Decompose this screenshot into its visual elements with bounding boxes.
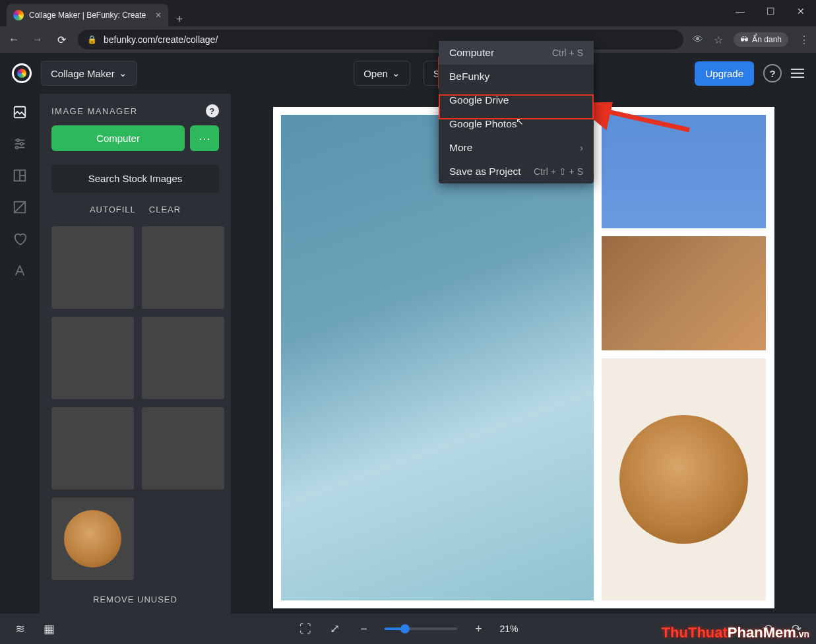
collage-cell[interactable] bbox=[602, 358, 767, 600]
svg-point-7 bbox=[16, 146, 18, 149]
svg-point-6 bbox=[20, 143, 23, 145]
upload-computer-label: Computer bbox=[96, 133, 140, 144]
graphics-heart-icon[interactable] bbox=[12, 231, 28, 247]
menu-item-label: BeFunky bbox=[449, 71, 489, 82]
incognito-icon: 🕶 bbox=[740, 35, 748, 44]
save-dropdown: Computer Ctrl + S BeFunky Google Drive G… bbox=[439, 41, 594, 183]
url-text: befunky.com/create/collage/ bbox=[104, 34, 218, 45]
browser-tab[interactable]: Collage Maker | BeFunky: Create ✕ bbox=[7, 4, 168, 26]
search-stock-label: Search Stock Images bbox=[88, 173, 183, 184]
new-tab-button[interactable]: + bbox=[168, 13, 191, 26]
incognito-label: Ẩn danh bbox=[752, 35, 782, 44]
menu-item-label: Save as Project bbox=[449, 166, 521, 177]
svg-point-5 bbox=[16, 139, 19, 142]
thumbnail[interactable] bbox=[51, 498, 134, 580]
chevron-down-icon: ⌄ bbox=[119, 67, 127, 79]
image-manager-panel: IMAGE MANAGER ? Computer ⋯ Search Stock … bbox=[40, 94, 231, 614]
menu-item-shortcut: Ctrl + S bbox=[552, 48, 583, 58]
zoom-percent: 21% bbox=[499, 624, 518, 634]
menu-item-label: More bbox=[449, 142, 472, 154]
layers-icon[interactable]: ≋ bbox=[12, 622, 28, 636]
search-stock-button[interactable]: Search Stock Images bbox=[51, 164, 219, 193]
clear-button[interactable]: CLEAR bbox=[149, 205, 181, 214]
thumbnail[interactable] bbox=[51, 407, 134, 490]
thumbnail[interactable] bbox=[142, 226, 224, 309]
nav-reload-icon[interactable]: ⟳ bbox=[54, 34, 69, 46]
window-close-icon[interactable]: ✕ bbox=[786, 1, 816, 22]
zoom-out-icon[interactable]: − bbox=[356, 622, 371, 636]
save-menu-more[interactable]: More › bbox=[439, 136, 594, 160]
window-controls: ― ☐ ✕ bbox=[725, 0, 816, 26]
menu-item-label: Google Photos bbox=[449, 118, 517, 130]
browser-toolbar: ← → ⟳ 🔒 befunky.com/create/collage/ 👁 ☆ … bbox=[0, 26, 816, 53]
browser-titlebar: Collage Maker | BeFunky: Create ✕ + ― ☐ … bbox=[0, 0, 816, 26]
thumbnail[interactable] bbox=[142, 317, 224, 399]
eye-off-icon[interactable]: 👁 bbox=[693, 34, 703, 46]
nav-back-icon[interactable]: ← bbox=[7, 34, 21, 46]
bookmark-star-icon[interactable]: ☆ bbox=[714, 34, 723, 46]
thumbnail[interactable] bbox=[51, 226, 134, 309]
tab-favicon bbox=[13, 10, 24, 20]
settings-sliders-icon[interactable] bbox=[12, 136, 28, 152]
menu-item-label: Computer bbox=[449, 47, 494, 59]
panel-title: IMAGE MANAGER bbox=[51, 106, 138, 116]
save-menu-save-as-project[interactable]: Save as Project Ctrl + ⇧ + S bbox=[439, 160, 594, 183]
collage-cell[interactable] bbox=[602, 115, 767, 228]
open-label: Open bbox=[363, 68, 388, 79]
fit-screen-icon[interactable]: ⛶ bbox=[298, 622, 313, 636]
upgrade-label: Upgrade bbox=[705, 68, 743, 79]
upload-more-button[interactable]: ⋯ bbox=[190, 125, 219, 151]
menu-item-label: Google Drive bbox=[449, 94, 509, 106]
lock-icon: 🔒 bbox=[87, 35, 97, 44]
save-menu-computer[interactable]: Computer Ctrl + S bbox=[439, 41, 594, 65]
upload-computer-button[interactable]: Computer bbox=[51, 125, 185, 151]
window-maximize-icon[interactable]: ☐ bbox=[755, 1, 786, 22]
remove-unused-button[interactable]: REMOVE UNUSED bbox=[40, 585, 231, 614]
chevron-down-icon: ⌄ bbox=[392, 67, 400, 79]
app-switcher-label: Collage Maker bbox=[51, 68, 115, 79]
help-icon[interactable]: ? bbox=[763, 64, 782, 82]
thumbnail[interactable] bbox=[51, 317, 134, 399]
expand-icon[interactable]: ⤢ bbox=[327, 622, 342, 636]
tool-rail bbox=[0, 94, 40, 614]
save-menu-google-drive[interactable]: Google Drive bbox=[439, 88, 594, 112]
tab-title: Collage Maker | BeFunky: Create bbox=[29, 11, 146, 20]
grid-toggle-icon[interactable]: ▦ bbox=[41, 622, 57, 636]
image-manager-icon[interactable] bbox=[12, 104, 28, 120]
thumbnail[interactable] bbox=[142, 407, 224, 490]
patterns-icon[interactable] bbox=[12, 199, 28, 215]
hamburger-menu-icon[interactable] bbox=[791, 69, 804, 78]
window-minimize-icon[interactable]: ― bbox=[725, 1, 755, 22]
mouse-cursor-icon: ↖ bbox=[516, 116, 524, 127]
autofill-button[interactable]: AUTOFILL bbox=[90, 205, 136, 214]
text-icon[interactable] bbox=[12, 263, 28, 278]
collage-cell-main[interactable] bbox=[281, 115, 594, 600]
incognito-badge[interactable]: 🕶 Ẩn danh bbox=[734, 32, 788, 47]
nav-forward-icon: → bbox=[30, 34, 45, 46]
zoom-slider[interactable] bbox=[385, 628, 457, 630]
chevron-right-icon: › bbox=[580, 143, 583, 153]
watermark-text: ThuThuatPhanMem.vn bbox=[662, 624, 809, 641]
app-switcher-button[interactable]: Collage Maker ⌄ bbox=[41, 61, 137, 86]
remove-unused-label: REMOVE UNUSED bbox=[93, 595, 177, 604]
app-header: Collage Maker ⌄ Open ⌄ Save ⌄ Upgrade ? bbox=[0, 53, 816, 94]
panel-help-icon[interactable]: ? bbox=[206, 104, 219, 117]
layouts-icon[interactable] bbox=[12, 168, 28, 183]
menu-item-shortcut: Ctrl + ⇧ + S bbox=[534, 166, 583, 177]
zoom-in-icon[interactable]: + bbox=[470, 622, 486, 636]
collage-cell[interactable] bbox=[602, 236, 767, 350]
save-menu-befunky[interactable]: BeFunky bbox=[439, 65, 594, 88]
app-body: IMAGE MANAGER ? Computer ⋯ Search Stock … bbox=[0, 94, 816, 614]
browser-menu-icon[interactable]: ⋮ bbox=[799, 34, 809, 46]
befunky-logo-icon[interactable] bbox=[12, 63, 32, 83]
tab-close-icon[interactable]: ✕ bbox=[155, 11, 162, 20]
open-button[interactable]: Open ⌄ bbox=[354, 61, 410, 86]
upgrade-button[interactable]: Upgrade bbox=[695, 61, 754, 86]
thumbnail-grid bbox=[40, 221, 231, 585]
